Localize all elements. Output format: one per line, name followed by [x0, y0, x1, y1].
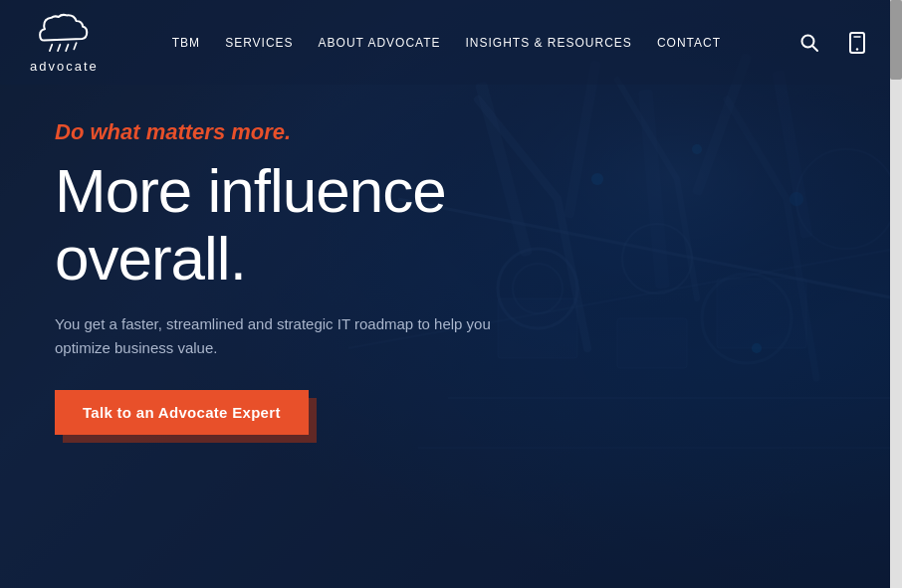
- hero-subtext: You get a faster, streamlined and strate…: [55, 312, 533, 360]
- headline-line1: More influence: [55, 156, 446, 225]
- cta-button[interactable]: Talk to an Advocate Expert: [55, 390, 309, 435]
- cta-wrapper: Talk to an Advocate Expert Talk to an Ad…: [55, 390, 309, 435]
- nav-icons: [794, 28, 872, 58]
- nav-link-contact[interactable]: CONTACT: [657, 36, 721, 50]
- mobile-button[interactable]: [842, 28, 872, 58]
- svg-line-27: [812, 46, 817, 51]
- hero-headline: More influence overall.: [55, 157, 533, 293]
- scrollbar-thumb[interactable]: [890, 0, 902, 80]
- nav-links: TBM SERVICES ABOUT ADVOCATE INSIGHTS & R…: [172, 36, 721, 50]
- hero-section: advocate TBM SERVICES ABOUT ADVOCATE INS…: [0, 0, 902, 588]
- hero-tagline: Do what matters more.: [55, 119, 533, 145]
- search-icon: [799, 33, 819, 53]
- mobile-icon: [848, 32, 866, 54]
- subtext-main: You get a faster, streamlined and strate…: [55, 315, 491, 356]
- nav-link-insights[interactable]: INSIGHTS & RESOURCES: [466, 36, 632, 50]
- svg-line-24: [66, 44, 68, 51]
- logo-svg: [32, 12, 97, 57]
- hero-content: Do what matters more. More influence ove…: [55, 119, 533, 435]
- scrollbar[interactable]: [890, 0, 902, 588]
- headline-line2: overall.: [55, 224, 246, 293]
- svg-line-25: [74, 43, 76, 50]
- svg-line-23: [58, 44, 60, 51]
- svg-point-29: [856, 48, 858, 50]
- nav-link-services[interactable]: SERVICES: [225, 36, 293, 50]
- logo-text: advocate: [30, 59, 99, 74]
- logo[interactable]: advocate: [30, 12, 99, 74]
- nav-link-about[interactable]: ABOUT ADVOCATE: [319, 36, 441, 50]
- navbar: advocate TBM SERVICES ABOUT ADVOCATE INS…: [0, 0, 902, 85]
- search-button[interactable]: [794, 28, 824, 58]
- nav-link-tbm[interactable]: TBM: [172, 36, 200, 50]
- svg-line-22: [50, 44, 52, 51]
